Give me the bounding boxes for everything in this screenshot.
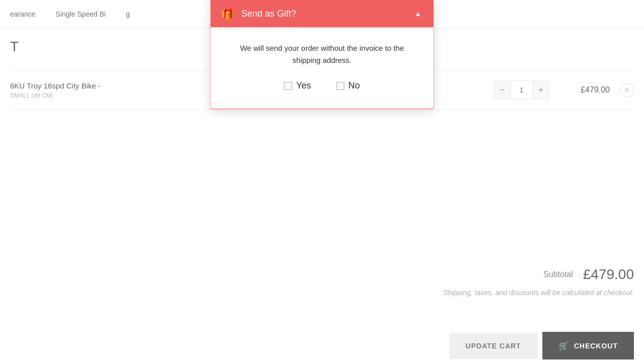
gift-options: Yes No: [231, 80, 414, 91]
quantity-decrease-button[interactable]: −: [494, 81, 510, 99]
subtotal-line: Subtotal £479.00: [443, 266, 634, 283]
gift-modal: 🎁 Send as Gift? ▲ We will send your orde…: [210, 0, 434, 109]
gift-modal-body: We will send your order without the invo…: [211, 27, 434, 109]
gift-header-left: 🎁 Send as Gift?: [221, 7, 296, 20]
remove-item-button[interactable]: ✕: [620, 83, 634, 97]
quantity-input[interactable]: [510, 81, 533, 99]
gift-option-yes[interactable]: Yes: [284, 80, 311, 91]
cart-icon: 🛒: [558, 341, 569, 350]
gift-no-label: No: [348, 80, 360, 91]
subtotal-label: Subtotal: [543, 270, 573, 279]
gift-yes-label: Yes: [296, 80, 311, 91]
shipping-note: Shipping, taxes, and discounts will be c…: [443, 289, 634, 297]
product-price: £479.00: [559, 85, 610, 95]
gift-modal-header: 🎁 Send as Gift? ▲: [211, 0, 434, 27]
quantity-controls: − +: [494, 80, 549, 100]
subtotal-amount: £479.00: [583, 266, 634, 283]
action-buttons: UPDATE CART 🛒 CHECKOUT: [449, 332, 634, 359]
gift-option-no[interactable]: No: [336, 80, 360, 91]
checkout-button[interactable]: 🛒 CHECKOUT: [542, 332, 634, 359]
gift-no-checkbox[interactable]: [336, 82, 344, 90]
nav-item-clearance[interactable]: earance: [10, 10, 36, 18]
gift-yes-checkbox[interactable]: [284, 82, 292, 90]
checkout-label: CHECKOUT: [574, 342, 618, 350]
quantity-increase-button[interactable]: +: [533, 81, 549, 99]
nav-item-single-speed[interactable]: Single Speed Bi: [56, 10, 106, 18]
gift-icon: 🎁: [221, 7, 234, 20]
update-cart-button[interactable]: UPDATE CART: [449, 333, 537, 359]
gift-collapse-button[interactable]: ▲: [413, 8, 424, 20]
gift-modal-title: Send as Gift?: [242, 9, 296, 19]
subtotal-section: Subtotal £479.00 Shipping, taxes, and di…: [443, 266, 634, 297]
nav-item-g[interactable]: g: [126, 10, 130, 18]
gift-description: We will send your order without the invo…: [231, 42, 414, 66]
